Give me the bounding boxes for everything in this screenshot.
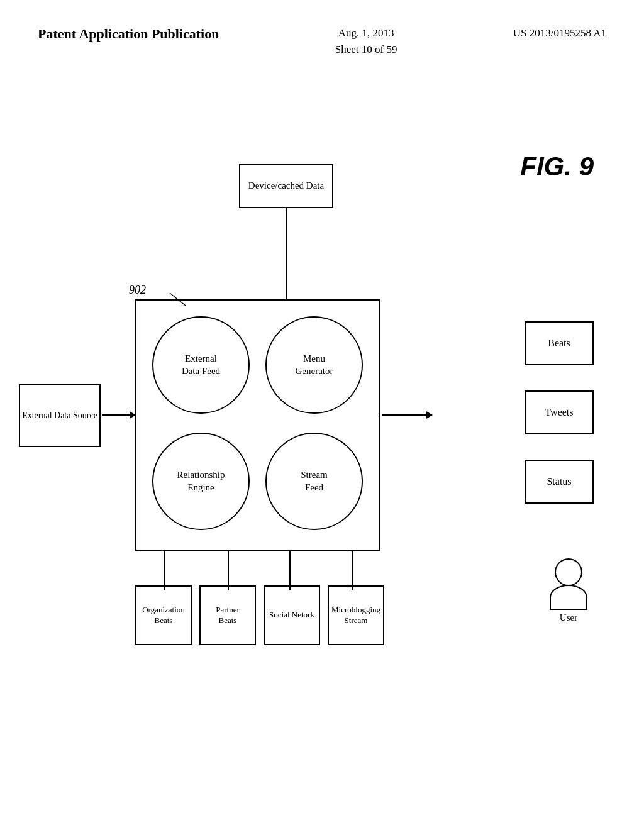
device-cached-data-box: Device/cached Data xyxy=(239,164,333,208)
publication-title: Patent Application Publication xyxy=(38,25,219,43)
tweets-box: Tweets xyxy=(525,390,594,434)
external-data-source-box: External Data Source xyxy=(19,384,101,447)
pub-date: Aug. 1, 2013 xyxy=(338,27,394,39)
menu-generator-label: MenuGenerator xyxy=(296,353,333,377)
user-label: User xyxy=(560,612,577,623)
beats-label: Beats xyxy=(548,338,570,349)
status-box: Status xyxy=(525,460,594,504)
microblogging-stream-box: MicrobloggingStream xyxy=(328,585,384,645)
social-network-box: Social Netork xyxy=(264,585,320,645)
menu-generator-circle: MenuGenerator xyxy=(265,316,363,414)
connector-device-to-main xyxy=(286,208,287,299)
status-label: Status xyxy=(547,476,571,487)
relationship-engine-circle: RelationshipEngine xyxy=(152,433,250,530)
user-figure: User xyxy=(550,558,587,623)
main-system-box: ExternalData Feed MenuGenerator Relation… xyxy=(135,299,380,551)
bottom-connector-svg xyxy=(135,550,380,590)
beats-box: Beats xyxy=(525,321,594,365)
device-cached-data-label: Device/cached Data xyxy=(248,180,324,192)
page-header: Patent Application Publication Aug. 1, 2… xyxy=(0,0,644,57)
figure-label: FIG. 9 xyxy=(520,152,594,182)
user-body-icon xyxy=(550,585,587,610)
tweets-label: Tweets xyxy=(545,407,573,418)
arrow-external-to-main xyxy=(102,414,135,416)
relationship-engine-label: RelationshipEngine xyxy=(177,469,225,494)
organization-beats-box: OrganizationBeats xyxy=(135,585,192,645)
stream-feed-label: StreamFeed xyxy=(301,469,328,494)
arrow-main-to-right xyxy=(382,414,432,416)
diagram-area: FIG. 9 Device/cached Data 902 ExternalDa… xyxy=(0,70,644,824)
external-data-source-label: External Data Source xyxy=(22,410,97,421)
partner-beats-box: PartnerBeats xyxy=(199,585,256,645)
bottom-boxes-container: OrganizationBeats PartnerBeats Social Ne… xyxy=(135,585,384,645)
user-head-icon xyxy=(555,558,582,586)
stream-feed-circle: StreamFeed xyxy=(265,433,363,530)
external-data-feed-label: ExternalData Feed xyxy=(182,353,220,377)
publication-date-sheet: Aug. 1, 2013 Sheet 10 of 59 xyxy=(335,25,397,57)
ref-902-label: 902 xyxy=(129,284,146,297)
external-data-feed-circle: ExternalData Feed xyxy=(152,316,250,414)
sheet-info: Sheet 10 of 59 xyxy=(335,43,397,55)
patent-number: US 2013/0195258 A1 xyxy=(513,25,606,42)
